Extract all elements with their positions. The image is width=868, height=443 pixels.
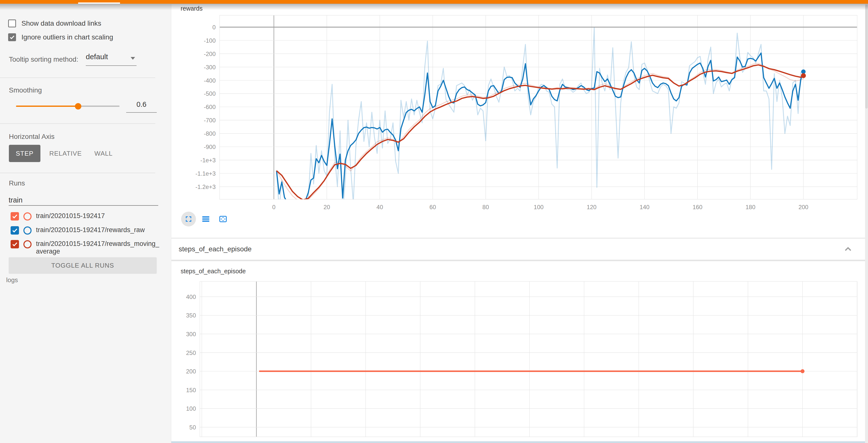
svg-text:-200: -200: [204, 51, 216, 57]
svg-text:120: 120: [587, 204, 596, 210]
smoothing-value: 0.6: [136, 100, 146, 108]
svg-text:50: 50: [189, 424, 196, 431]
axis-button-wall[interactable]: WALL: [92, 145, 115, 162]
svg-text:60: 60: [429, 204, 436, 210]
svg-text:-800: -800: [204, 130, 216, 137]
run-color-ring: [23, 212, 32, 220]
run-color-ring: [23, 227, 32, 235]
svg-text:40: 40: [377, 204, 383, 210]
app-header-bar: [0, 0, 868, 4]
svg-text:0: 0: [272, 204, 276, 210]
svg-text:200: 200: [799, 204, 808, 210]
data-list-button[interactable]: [198, 212, 213, 227]
slider-fill: [16, 106, 78, 107]
svg-text:-1.2e+3: -1.2e+3: [195, 183, 216, 190]
data-list-icon: [201, 214, 211, 224]
ignore-outliers-row[interactable]: Ignore outliers in chart scaling: [8, 33, 113, 41]
page-scrollbar[interactable]: [865, 4, 868, 443]
svg-text:300: 300: [186, 331, 196, 337]
svg-text:140: 140: [640, 204, 649, 210]
run-row[interactable]: train/20201015-192417/rewards_raw: [10, 226, 145, 235]
fit-domain-icon: [218, 214, 228, 224]
dropdown-value: default: [86, 53, 108, 61]
chevron-up-icon: [843, 244, 854, 255]
tooltip-sorting-dropdown[interactable]: default: [86, 53, 136, 66]
run-color-ring: [23, 240, 32, 248]
svg-text:160: 160: [692, 204, 702, 210]
run-checkbox[interactable]: [10, 240, 19, 248]
scrollbar-thumb[interactable]: [865, 5, 868, 109]
steps-chart-card: steps_of_each_episode 400350300250200150…: [171, 261, 867, 443]
svg-text:-300: -300: [204, 64, 216, 70]
fit-domain-button[interactable]: [216, 212, 230, 227]
divider: [0, 123, 155, 124]
slider-thumb[interactable]: [75, 103, 81, 110]
axis-button-relative[interactable]: RELATIVE: [49, 145, 79, 162]
run-name: train/20201015-192417/rewards_moving_ave…: [36, 240, 159, 255]
horizontal-axis-label: Horizontal Axis: [9, 133, 55, 141]
chart-bottom-edge: [171, 441, 866, 443]
logs-label: logs: [6, 276, 18, 284]
tooltip-sorting-label: Tooltip sorting method:: [9, 56, 79, 63]
show-download-links-row[interactable]: Show data download links: [8, 20, 101, 27]
svg-text:20: 20: [323, 204, 330, 210]
svg-text:-500: -500: [204, 90, 216, 97]
svg-text:250: 250: [186, 350, 196, 356]
run-filter-value: train: [9, 196, 23, 204]
svg-text:-400: -400: [204, 77, 216, 84]
runs-label: Runs: [9, 179, 25, 187]
collapse-section-button[interactable]: [842, 243, 855, 256]
steps-chart[interactable]: 40035030025020015010050: [171, 261, 866, 443]
ignore-outliers-checkbox[interactable]: [8, 33, 16, 41]
expand-icon: [184, 214, 193, 224]
run-checkbox[interactable]: [10, 226, 19, 235]
smoothing-value-field[interactable]: 0.6: [126, 100, 157, 113]
toggle-all-runs-button[interactable]: TOGGLE ALL RUNS: [9, 257, 157, 274]
check-icon: [11, 227, 18, 234]
run-name: train/20201015-192417/rewards_raw: [36, 226, 145, 234]
active-tab-indicator: [78, 2, 120, 4]
svg-text:100: 100: [186, 405, 196, 412]
run-checkbox[interactable]: [10, 212, 19, 220]
show-download-links-checkbox[interactable]: [8, 20, 16, 27]
svg-text:180: 180: [745, 204, 755, 210]
rewards-chart-card: rewards 0-100-200-300-400-500-600-700-80…: [171, 4, 867, 238]
run-filter-input[interactable]: train: [9, 195, 158, 206]
svg-text:-600: -600: [204, 104, 216, 110]
svg-text:-700: -700: [204, 117, 216, 124]
checkbox-label: Show data download links: [22, 20, 101, 27]
steps-section-header[interactable]: steps_of_each_episode: [171, 238, 867, 260]
check-icon: [11, 213, 18, 219]
svg-text:80: 80: [482, 204, 489, 210]
check-icon: [9, 34, 15, 40]
svg-text:200: 200: [186, 368, 196, 375]
svg-text:100: 100: [534, 204, 544, 210]
section-title: steps_of_each_episode: [179, 245, 252, 253]
smoothing-label: Smoothing: [9, 86, 42, 94]
svg-text:-900: -900: [204, 144, 216, 150]
checkbox-label: Ignore outliers in chart scaling: [22, 33, 113, 41]
svg-text:-1.1e+3: -1.1e+3: [195, 170, 216, 177]
settings-sidebar: Show data download links Ignore outliers…: [0, 4, 171, 443]
expand-card-button[interactable]: [181, 212, 196, 227]
svg-text:-1e+3: -1e+3: [200, 157, 216, 164]
chevron-down-icon: [131, 57, 135, 60]
svg-text:0: 0: [212, 24, 216, 31]
check-icon: [11, 241, 18, 247]
run-row[interactable]: train/20201015-192417/rewards_moving_ave…: [10, 240, 159, 255]
svg-text:350: 350: [186, 312, 196, 319]
run-name: train/20201015-192417: [36, 212, 105, 220]
divider: [0, 78, 155, 78]
svg-text:150: 150: [186, 387, 196, 393]
run-row[interactable]: train/20201015-192417: [10, 212, 105, 220]
axis-button-step[interactable]: STEP: [9, 145, 40, 162]
chart-toolbar: [181, 212, 230, 227]
svg-text:400: 400: [186, 294, 196, 300]
svg-text:-100: -100: [204, 37, 216, 44]
divider: [0, 173, 155, 173]
rewards-chart[interactable]: 0-100-200-300-400-500-600-700-800-900-1e…: [171, 4, 866, 211]
